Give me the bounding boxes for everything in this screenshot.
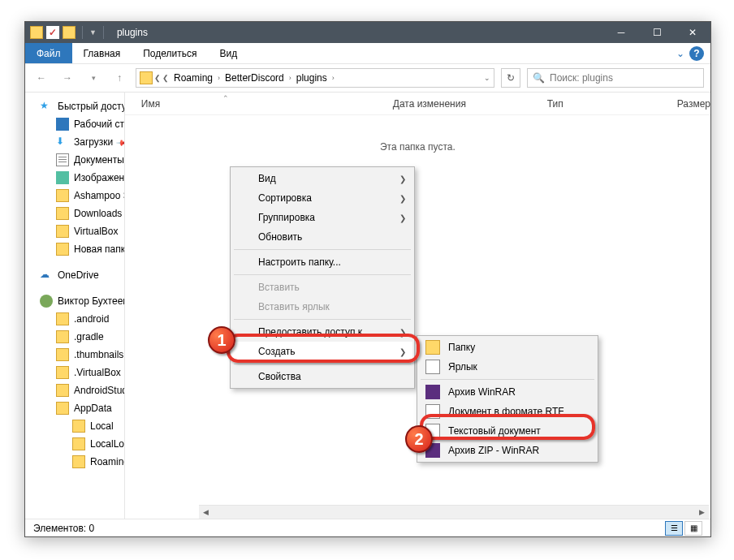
menu-separator [234, 364, 411, 364]
address-box[interactable]: ❮ ❮ Roaming › BetterDiscord › plugins › … [136, 68, 494, 88]
nav-pictures[interactable]: Изображения📌 [25, 169, 124, 187]
submenu-arrow-icon: ❯ [399, 347, 406, 356]
nav-folder[interactable]: Downloads [25, 205, 124, 222]
ribbon-tab-share[interactable]: Поделиться [132, 43, 208, 63]
nav-folder[interactable]: LocalLow [25, 435, 124, 453]
window-title: plugins [117, 27, 148, 38]
qat-item[interactable]: ✓ [46, 26, 59, 39]
annotation-badge-1: 1 [208, 326, 235, 354]
nav-forward-button[interactable]: → [58, 68, 77, 88]
user-icon [40, 295, 53, 308]
ctx-paste: Вставить [232, 278, 412, 297]
titlebar: ✓ ▼ plugins ─ ☐ ✕ [25, 22, 710, 43]
folder-icon [72, 437, 85, 450]
nav-onedrive[interactable]: ☁OneDrive [25, 266, 124, 284]
qat-separator [82, 26, 83, 39]
col-name[interactable]: Имя [141, 98, 328, 110]
ctx-group[interactable]: Группировка❯ [232, 208, 412, 227]
view-details-button[interactable]: ☰ [665, 521, 683, 536]
nav-folder[interactable]: .gradle [25, 328, 124, 346]
ctx-create-txt[interactable]: Текстовый документ [419, 421, 596, 441]
chevron-right-icon[interactable]: › [218, 74, 220, 82]
ribbon-tab-view[interactable]: Вид [208, 43, 248, 63]
ctx-create[interactable]: Создать❯ [232, 342, 412, 361]
ctx-create-rtf[interactable]: Документ в формате RTF [419, 402, 596, 421]
submenu-arrow-icon: ❯ [399, 328, 406, 337]
nav-folder[interactable]: Local [25, 417, 124, 435]
nav-folder[interactable]: .VirtualBox [25, 364, 124, 381]
chevron-right-icon[interactable]: ❮ [154, 74, 161, 82]
rtf-icon [425, 404, 440, 419]
nav-documents[interactable]: Документы📌 [25, 151, 124, 169]
folder-icon [56, 366, 69, 379]
nav-folder[interactable]: Ashampoo Snap 10 [25, 187, 124, 205]
col-type[interactable]: Тип [547, 98, 612, 110]
folder-icon [56, 207, 69, 220]
close-button[interactable]: ✕ [675, 22, 710, 43]
menu-separator [234, 249, 411, 250]
ctx-properties[interactable]: Свойства [232, 367, 412, 386]
ribbon-collapse-icon[interactable]: ⌄ [676, 48, 684, 59]
breadcrumb[interactable]: Roaming [171, 72, 216, 84]
nav-back-button[interactable]: ← [32, 68, 51, 88]
submenu-arrow-icon: ❯ [399, 194, 406, 203]
folder-icon [425, 340, 440, 355]
ctx-create-folder[interactable]: Папку [419, 338, 596, 357]
qat-item[interactable] [63, 26, 76, 39]
nav-downloads[interactable]: ⬇Загрузки📌 [25, 133, 124, 151]
folder-icon [140, 71, 153, 84]
folder-icon [56, 189, 69, 202]
ctx-sort[interactable]: Сортировка❯ [232, 188, 412, 208]
cloud-icon: ☁ [40, 269, 53, 282]
nav-desktop[interactable]: Рабочий стол📌 [25, 115, 124, 133]
ctx-view[interactable]: Вид❯ [232, 169, 412, 188]
scroll-right-icon[interactable]: ▶ [695, 506, 709, 519]
ribbon-tab-home[interactable]: Главная [72, 43, 132, 63]
col-date[interactable]: Дата изменения [393, 98, 482, 110]
scroll-left-icon[interactable]: ◀ [199, 506, 213, 519]
nav-folder[interactable]: AppData [25, 399, 124, 417]
view-icons-button[interactable]: ▦ [684, 521, 702, 536]
menu-separator [421, 379, 594, 380]
search-placeholder: Поиск: plugins [550, 72, 613, 84]
folder-icon [72, 455, 85, 468]
nav-recent-icon[interactable]: ▾ [84, 68, 103, 88]
search-input[interactable]: 🔍 Поиск: plugins [527, 68, 704, 88]
nav-up-button[interactable]: ↑ [110, 68, 129, 88]
col-size[interactable]: Размер [677, 98, 710, 110]
desktop-icon [56, 118, 69, 131]
refresh-button[interactable]: ↻ [501, 68, 520, 88]
help-icon[interactable]: ? [689, 46, 704, 61]
ctx-create-zip[interactable]: Архив ZIP - WinRAR [419, 441, 596, 460]
app-icon [30, 26, 43, 39]
qat-dropdown-icon[interactable]: ▼ [89, 28, 97, 37]
ribbon-file-tab[interactable]: Файл [25, 43, 72, 63]
chevron-right-icon[interactable]: ❮ [162, 74, 169, 82]
maximize-button[interactable]: ☐ [639, 22, 675, 43]
nav-folder[interactable]: VirtualBox [25, 222, 124, 240]
ctx-create-shortcut[interactable]: Ярлык [419, 357, 596, 377]
nav-folder[interactable]: Roaming [25, 453, 124, 471]
submenu-arrow-icon: ❯ [399, 213, 406, 222]
nav-user[interactable]: Виктор Бухтеев [25, 292, 124, 310]
nav-folder[interactable]: .android [25, 310, 124, 328]
folder-icon [56, 348, 69, 361]
nav-folder[interactable]: AndroidStudioProjects [25, 381, 124, 399]
address-dropdown-icon[interactable]: ⌄ [484, 74, 490, 82]
shortcut-icon [425, 360, 440, 374]
horizontal-scrollbar[interactable]: ◀ ▶ [199, 505, 709, 519]
chevron-right-icon[interactable]: › [289, 74, 291, 82]
breadcrumb[interactable]: BetterDiscord [222, 72, 287, 84]
ctx-share[interactable]: Предоставить доступ к❯ [232, 322, 412, 342]
minimize-button[interactable]: ─ [603, 22, 639, 43]
submenu-arrow-icon: ❯ [399, 174, 406, 183]
nav-folder[interactable]: .thumbnails [25, 346, 124, 364]
nav-folder[interactable]: Новая папка [25, 240, 124, 258]
chevron-right-icon[interactable]: › [332, 74, 335, 82]
ctx-create-rar[interactable]: Архив WinRAR [419, 382, 596, 402]
ctx-refresh[interactable]: Обновить [232, 227, 412, 247]
breadcrumb[interactable]: plugins [293, 72, 330, 84]
ctx-customize[interactable]: Настроить папку... [232, 252, 412, 272]
nav-quick-access[interactable]: ★Быстрый доступ [25, 97, 124, 115]
download-icon: ⬇ [56, 136, 69, 149]
